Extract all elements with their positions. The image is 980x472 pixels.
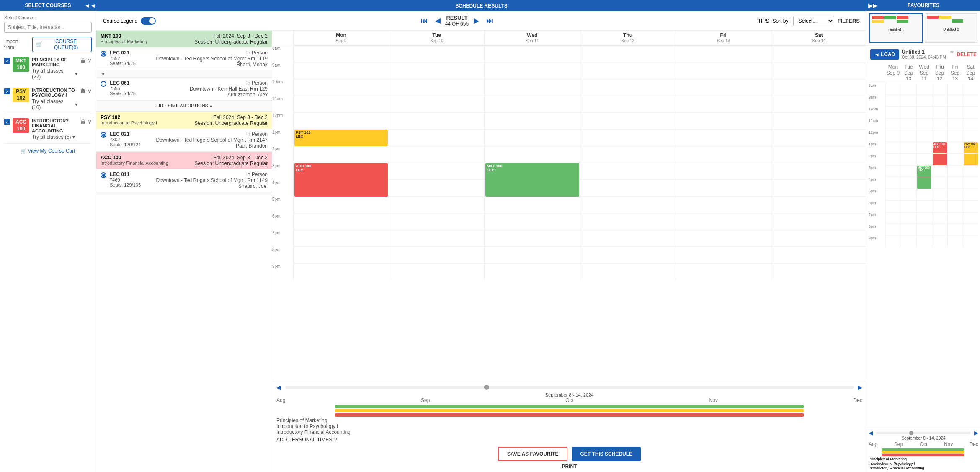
next-week-btn[interactable]: ▶: [858, 384, 862, 391]
cell-tue-4: [389, 179, 484, 196]
cell-sat-1: [771, 129, 867, 146]
delete-course-mkt100[interactable]: 🗑: [80, 57, 86, 64]
prev-week-btn[interactable]: ◀: [276, 384, 281, 391]
sort-select[interactable]: Select...: [793, 16, 834, 26]
cell-wed-9: [484, 62, 580, 79]
cell-mon-9pm: [293, 263, 389, 280]
acc100-lec011-radio[interactable]: [101, 172, 106, 178]
search-input[interactable]: [4, 22, 92, 33]
delete-course-acc100[interactable]: 🗑: [80, 118, 86, 125]
middle-panel: SCHEDULE RESULTS Course Legend ⏮ ◀ RESUL…: [96, 0, 867, 472]
fav-timeline-dot[interactable]: [909, 431, 913, 435]
fav-time-10am: 10am: [869, 106, 885, 118]
fav-time-11am: 11am: [869, 118, 885, 130]
acc100-lec011-details: LEC 011 7460 Seats: 129/135: [110, 171, 152, 187]
fav-next-week-btn[interactable]: ▶: [974, 430, 978, 436]
acc100-code: ACC 100: [101, 155, 168, 161]
try-all-psy102[interactable]: Try all classes (10) ▾: [32, 99, 77, 110]
cal-header-thu: Thu Sep 12: [580, 31, 676, 45]
first-result-btn[interactable]: ⏮: [418, 16, 430, 26]
course-item-psy102: ✓ PSY 102 INTRODUCTION TO PSYCHOLOGY I T…: [4, 88, 92, 114]
cell-mon-11: [293, 96, 389, 112]
schedule-results-header: SCHEDULE RESULTS: [96, 0, 867, 11]
prev-result-btn[interactable]: ◀: [433, 16, 443, 26]
time-1pm: 1pm: [272, 129, 293, 146]
cell-thu-8: [580, 45, 676, 62]
left-content: Select Course... Import from: 🛒 COURSE Q…: [0, 11, 96, 472]
fav-cell: [939, 16, 951, 19]
cell-tue-12: [389, 112, 484, 129]
timeline-psy102: [335, 409, 804, 412]
course-checkbox-acc100[interactable]: ✓: [4, 119, 10, 125]
cell-thu-9pm: [580, 263, 676, 280]
fav-title-area: Untitled 1 ✏ Oct 30, 2024, 04:43 PM: [902, 49, 954, 60]
expand-course-psy102[interactable]: ∨: [88, 88, 92, 94]
calendar-body: 8am 9am: [272, 45, 867, 381]
edit-fav-title-btn[interactable]: ✏: [950, 49, 954, 55]
event-mkt100-wed: MKT 100LEC: [485, 163, 579, 197]
favourites-thumbnails: Untitled 1 Untitled 2: [867, 11, 980, 46]
get-this-schedule-btn[interactable]: GET THIS SCHEDULE: [572, 447, 641, 461]
expand-course-acc100[interactable]: ∨: [88, 118, 92, 125]
cell-wed-5: [484, 196, 580, 213]
timeline-acc100: [335, 413, 804, 417]
hide-similar-btn[interactable]: HIDE SIMILAR OPTIONS ∧: [96, 101, 272, 112]
delete-course-psy102[interactable]: 🗑: [80, 88, 86, 94]
cell-fri-1: [676, 129, 771, 146]
import-row: Import from: 🛒 COURSE QUEUE(0): [4, 37, 92, 52]
course-block-mkt100: MKT 100 Principles of Marketing Fall 202…: [96, 31, 272, 112]
course-legend-toggle[interactable]: [141, 17, 156, 25]
time-8am: 8am: [272, 45, 293, 62]
next-result-btn[interactable]: ▶: [471, 16, 481, 26]
cell-fri-6: [676, 213, 771, 230]
cell-sat-8: [771, 45, 867, 62]
timeline-months: Aug Sep Oct Nov Dec: [276, 397, 862, 403]
filters-label[interactable]: FILTERS: [838, 18, 860, 24]
cell-mon-10: [293, 79, 389, 96]
course-name-mkt100: PRINCIPLES OF MARKETING: [32, 57, 77, 67]
fav-thumb-2-grid: [927, 16, 975, 26]
timeline-dot[interactable]: [484, 385, 489, 390]
fav-time-8pm: 8pm: [869, 224, 885, 236]
course-block-psy102: PSY 102 Introduction to Psychology I Fal…: [96, 112, 272, 152]
cell-tue-3: [389, 163, 484, 179]
expand-course-mkt100[interactable]: ∨: [88, 57, 92, 64]
cell-wed-8pm: [484, 246, 580, 263]
save-as-favourite-btn[interactable]: SAVE AS FAVOURITE: [498, 447, 567, 461]
mkt100-lec021-radio[interactable]: [101, 51, 106, 57]
time-4pm: 4pm: [272, 179, 293, 196]
cell-tue-8pm: [389, 246, 484, 263]
cell-thu-4: [580, 179, 676, 196]
add-personal-times-btn[interactable]: ADD PERSONAL TIMES ∨: [276, 435, 862, 444]
collapse-left-btn[interactable]: ◄◄: [84, 0, 96, 11]
acc100-lec011: LEC 011 7460 Seats: 129/135 In Person Do…: [96, 169, 272, 192]
mkt100-code: MKT 100: [101, 33, 147, 39]
cell-thu-5: [580, 196, 676, 213]
import-label: Import from:: [4, 39, 30, 50]
try-all-mkt100[interactable]: Try all classes (22) ▾: [32, 68, 77, 80]
calendar-header: Mon Sep 9 Tue Sep 10 Wed Sep 11 Thu Sep …: [272, 31, 867, 45]
load-btn[interactable]: ◄ LOAD: [870, 49, 899, 60]
time-11am: 11am: [272, 96, 293, 112]
fav-thumb-2[interactable]: Untitled 2: [925, 13, 977, 43]
fav-thumb-1[interactable]: Untitled 1: [869, 13, 923, 43]
cell-fri-10: [676, 79, 771, 96]
course-name-acc100: INTRODUCTORY FINANCIAL ACCOUNTING: [32, 118, 77, 133]
view-cart-link[interactable]: 🛒 View My Course Cart: [4, 148, 92, 154]
time-9am: 9am: [272, 62, 293, 79]
delete-fav-btn[interactable]: DELETE: [957, 52, 977, 57]
course-checkbox-mkt100[interactable]: ✓: [4, 58, 10, 64]
fav-cal-body: 8am 9am 10am 11am 12pm 1pm: [869, 83, 978, 247]
print-link[interactable]: PRINT: [276, 464, 862, 469]
course-queue-button[interactable]: 🛒 COURSE QUEUE(0): [32, 37, 92, 52]
psy102-lec021-radio[interactable]: [101, 132, 106, 138]
last-result-btn[interactable]: ⏭: [484, 16, 495, 26]
expand-right-btn[interactable]: ▶▶: [867, 0, 879, 11]
fav-prev-week-btn[interactable]: ◀: [869, 430, 873, 436]
mkt100-lec061-radio[interactable]: [101, 81, 106, 87]
try-all-acc100[interactable]: Try all classes (5) ▾: [32, 134, 77, 140]
fav-bar-acc100: [882, 454, 964, 456]
course-checkbox-psy102[interactable]: ✓: [4, 88, 10, 94]
course-actions-acc100: 🗑 ∨: [80, 118, 92, 125]
toolbar-left: Course Legend: [103, 17, 156, 25]
